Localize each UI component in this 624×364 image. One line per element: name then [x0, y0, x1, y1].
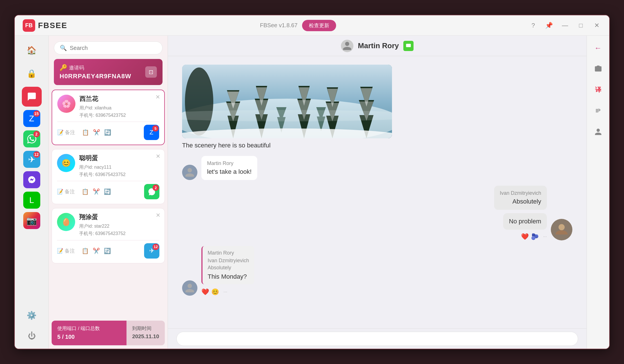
bubble-avatar-ivan: [551, 219, 572, 240]
app-window: FB FBSEE FBSee v1.8.67 检查更新 ? 📌 — □ ✕ 🏠 …: [14, 15, 610, 349]
chat-header: Martin Rory: [168, 36, 587, 56]
app-body: 🏠 🔒 Z 15 2 ✈ 12 L 📷: [15, 36, 609, 349]
telegram-icon[interactable]: ✈ 12: [23, 151, 40, 168]
instagram-icon[interactable]: 📷: [23, 212, 40, 229]
right-back-button[interactable]: ←: [591, 40, 606, 56]
messenger-icon[interactable]: [23, 171, 40, 188]
image-message-group: The scenery here is so beautiful: [182, 65, 572, 150]
action-icon-3c[interactable]: 🔄: [104, 247, 111, 254]
sidebar-lock-button[interactable]: 🔒: [22, 64, 42, 83]
contact-whatsapp-badge-2[interactable]: 2: [144, 184, 159, 199]
contact-detail-3: 用户id: star222手机号: 639675423752: [79, 223, 159, 237]
svg-point-34: [182, 110, 392, 121]
chat-input-bar: [168, 328, 587, 349]
copy-invite-button[interactable]: ⊡: [145, 66, 157, 78]
power-button[interactable]: ⏻: [23, 327, 40, 344]
title-bar-center: FBSee v1.8.67 检查更新: [260, 20, 336, 31]
app-logo-icon: FB: [23, 19, 35, 32]
svg-point-3: [185, 67, 213, 136]
contact-card-3[interactable]: ✕ 🥚 翔涂蛋 用户id: star222手机号: 639675423752 📝…: [52, 208, 165, 263]
action-icon-1b[interactable]: ✂️: [93, 129, 100, 136]
bubble-sender-ivan-1: Ivan Dzmitryievich: [500, 190, 541, 196]
settings-button[interactable]: ⚙️: [23, 307, 40, 324]
chat-input[interactable]: [176, 332, 578, 346]
title-bar-left: FB FBSEE: [23, 19, 67, 32]
contact-panel: 🔍 🔑 邀请码 H0RRPAEY4R9FNA8W ⊡: [49, 36, 168, 349]
sidebar-icons: 🏠 🔒 Z 15 2 ✈ 12 L 📷: [15, 36, 49, 349]
whatsapp-icon[interactable]: 2: [23, 130, 40, 147]
pin-button[interactable]: 📌: [545, 21, 554, 30]
right-camera-button[interactable]: [591, 61, 606, 77]
close-contact-3[interactable]: ✕: [156, 212, 161, 219]
action-icon-2b[interactable]: ✂️: [93, 188, 100, 195]
line-icon[interactable]: L: [23, 192, 40, 209]
contact-card-1[interactable]: ✕ 🌸 西兰花 用户id: xilanhua手机号: 639675423752 …: [52, 90, 165, 145]
action-icon-2a[interactable]: 📋: [82, 188, 89, 195]
maximize-button[interactable]: □: [576, 21, 585, 30]
invite-card: 🔑 邀请码 H0RRPAEY4R9FNA8W ⊡: [54, 59, 163, 85]
right-sidebar: ← 译 IP: [587, 36, 609, 349]
action-icon-3a[interactable]: 📋: [82, 247, 89, 254]
reaction-ivan: ❤️ 🫐 ···: [521, 233, 547, 240]
sidebar-chat-button[interactable]: [22, 87, 42, 107]
title-bar: FB FBSEE FBSee v1.8.67 检查更新 ? 📌 — □ ✕: [15, 15, 609, 36]
invite-label: 🔑 邀请码: [60, 64, 141, 71]
notes-icon-3: 📝 备注: [57, 247, 75, 254]
right-user-button[interactable]: [591, 124, 606, 139]
contact-telegram-badge-3[interactable]: ✈ 12: [144, 243, 159, 259]
bottom-status: 使用端口 / 端口总数 5 / 100 到期时间 2025.11.10: [52, 321, 165, 345]
image-caption: The scenery here is so beautiful: [182, 141, 572, 150]
sidebar-home-button[interactable]: 🏠: [22, 40, 42, 60]
message-martin-2: Martin Rory Ivan Dzmitryievich Absolutel…: [182, 246, 572, 296]
contact-avatar-2: 😊: [57, 154, 75, 172]
search-input[interactable]: [70, 45, 157, 51]
title-bar-right: ? 📌 — □ ✕: [529, 21, 601, 30]
contact-avatar-3: 🥚: [57, 213, 75, 231]
status-right: 到期时间 2025.11.10: [127, 321, 165, 345]
contact-detail-2: 用户id: nacy111手机号: 639675423752: [79, 164, 159, 178]
right-ip-button[interactable]: IP: [591, 103, 606, 118]
zalo-icon[interactable]: Z 15: [23, 110, 40, 127]
update-button[interactable]: 检查更新: [302, 20, 336, 31]
close-contact-1[interactable]: ✕: [155, 94, 160, 100]
action-icon-1a[interactable]: 📋: [82, 129, 89, 136]
chat-user-avatar: [341, 40, 353, 52]
bubble-content-ivan-1: Ivan Dzmitryievich Absolutely: [494, 186, 547, 210]
chat-image: [182, 65, 392, 138]
bubble-avatar-martin-1: [182, 165, 197, 180]
action-icon-3b[interactable]: ✂️: [93, 247, 100, 254]
contact-card-2[interactable]: ✕ 😊 聪明蛋 用户id: nacy111手机号: 639675423752 📝…: [52, 149, 165, 204]
contact-detail-1: 用户id: xilanhua手机号: 639675423752: [79, 104, 159, 119]
contact-avatar-1: 🌸: [57, 95, 75, 113]
bubble-sender-martin-1: Martin Rory: [207, 160, 252, 166]
contact-zalo-badge-1[interactable]: Z 5: [144, 125, 159, 140]
reaction-martin-2: ❤️ 😊 ···: [201, 288, 254, 296]
action-icon-2c[interactable]: 🔄: [104, 188, 111, 195]
bubble-content-ivan-2: No problem: [503, 213, 547, 230]
notes-icon-2: 📝 备注: [57, 188, 75, 195]
chat-area: Martin Rory: [168, 36, 587, 349]
close-button[interactable]: ✕: [592, 21, 601, 30]
contact-name-1: 西兰花: [79, 95, 159, 103]
bubble-avatar-martin-2: [182, 280, 197, 296]
message-martin-1: Martin Rory let's take a look!: [182, 156, 572, 180]
message-ivan-1: Ivan Dzmitryievich Absolutely No problem…: [182, 186, 572, 240]
bubble-content-martin-1: Martin Rory let's take a look!: [201, 156, 257, 180]
help-button[interactable]: ?: [529, 21, 538, 30]
whatsapp-badge: 2: [33, 131, 40, 137]
search-icon: 🔍: [60, 45, 67, 51]
contacts-list: ✕ 🌸 西兰花 用户id: xilanhua手机号: 639675423752 …: [49, 90, 168, 317]
right-translate-button[interactable]: 译: [591, 82, 606, 98]
close-contact-2[interactable]: ✕: [156, 153, 161, 160]
svg-point-35: [558, 224, 565, 230]
status-left: 使用端口 / 端口总数 5 / 100: [52, 321, 127, 345]
notes-icon-1: 📝 备注: [57, 129, 75, 136]
app-version: FBSee v1.8.67: [260, 22, 298, 29]
invite-code: H0RRPAEY4R9FNA8W: [60, 73, 141, 80]
zalo-badge: 15: [33, 111, 40, 117]
minimize-button[interactable]: —: [560, 21, 570, 30]
app-name: FBSEE: [38, 21, 67, 30]
search-bar[interactable]: 🔍: [54, 41, 163, 54]
svg-rect-0: [406, 44, 411, 47]
action-icon-1c[interactable]: 🔄: [104, 129, 111, 136]
